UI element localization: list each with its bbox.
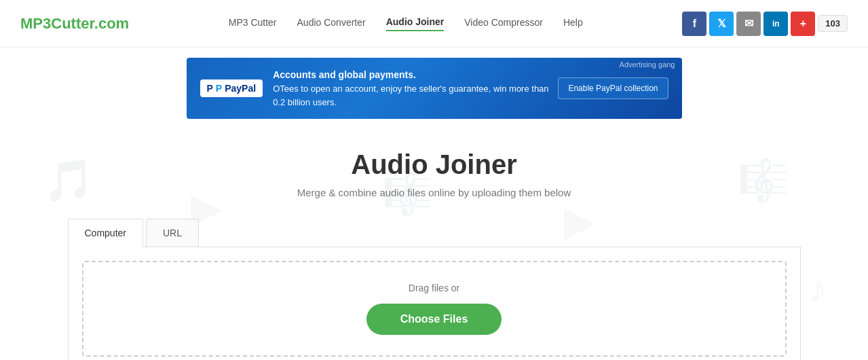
ad-label: Advertising gang <box>620 60 675 69</box>
main-nav: MP3 Cutter Audio Converter Audio Joiner … <box>229 16 583 31</box>
choose-files-button[interactable]: Choose Files <box>366 304 502 335</box>
facebook-share-button[interactable]: f <box>682 12 706 36</box>
nav-mp3-cutter[interactable]: MP3 Cutter <box>229 17 277 31</box>
nav-audio-joiner[interactable]: Audio Joiner <box>386 16 445 31</box>
tab-url[interactable]: URL <box>146 219 199 247</box>
social-bar: f 𝕏 ✉ in + 103 <box>682 12 848 36</box>
nav-help[interactable]: Help <box>563 17 583 31</box>
ad-text: Accounts and global payments. OTees to o… <box>273 68 558 109</box>
paypal-logo: PP PayPal <box>200 79 263 97</box>
page-title: Audio Joiner <box>20 149 848 180</box>
paypal-text: PayPal <box>225 83 256 94</box>
page-subtitle: Merge & combine audio files online by up… <box>20 187 848 198</box>
tab-computer[interactable]: Computer <box>68 219 143 247</box>
drop-area[interactable]: Drag files or Choose Files <box>82 261 787 357</box>
upload-container: Drag files or Choose Files <box>68 247 801 360</box>
ad-title: Accounts and global payments. <box>273 69 416 80</box>
nav-audio-converter[interactable]: Audio Converter <box>297 17 366 31</box>
logo[interactable]: MP3Cutter.com <box>20 15 129 33</box>
drag-text: Drag files or <box>97 283 772 293</box>
page-center: Audio Joiner Merge & combine audio files… <box>20 149 848 360</box>
more-share-button[interactable]: + <box>791 12 815 36</box>
ad-enable-button[interactable]: Enable PayPal collection <box>558 77 668 99</box>
ad-banner: Advertising gang PP PayPal Accounts and … <box>187 58 682 119</box>
email-share-button[interactable]: ✉ <box>736 12 761 36</box>
main-content: 🎵 🎼 ▶ 🎵 🎼 ♪ ▶ 🎵 🎼 ♪ Audio Joiner Merge &… <box>0 129 868 360</box>
upload-tabs: Computer URL <box>68 219 801 247</box>
twitter-share-button[interactable]: 𝕏 <box>709 12 734 36</box>
logo-domain: Cutter.com <box>51 15 129 32</box>
linkedin-share-button[interactable]: in <box>763 12 788 36</box>
nav-video-compressor[interactable]: Video Compressor <box>464 17 543 31</box>
header: MP3Cutter.com MP3 Cutter Audio Converter… <box>0 0 868 48</box>
ad-subtitle: OTees to open an account, enjoy the sell… <box>273 84 548 107</box>
share-count: 103 <box>818 15 848 32</box>
logo-prefix: MP3 <box>20 15 51 32</box>
ad-left: PP PayPal Accounts and global payments. … <box>200 68 559 109</box>
